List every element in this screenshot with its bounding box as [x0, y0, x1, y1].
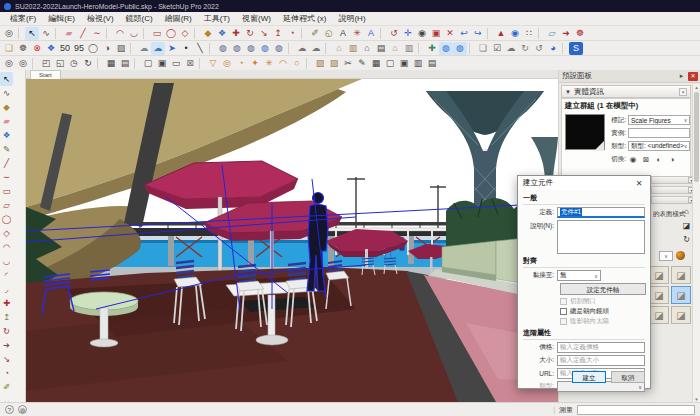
previous-icon[interactable]: ↩	[457, 27, 471, 40]
zoom-icon[interactable]: ◉	[415, 27, 429, 40]
sandbox-1-icon[interactable]: ▧	[313, 57, 327, 70]
asterisk-icon[interactable]: ✳	[262, 57, 276, 70]
sketchup-logo-icon[interactable]: S	[569, 42, 583, 55]
walk-icon[interactable]: ∷	[522, 27, 536, 40]
tag-select[interactable]: Scale Figures∨	[628, 115, 690, 125]
two-point-arc-icon[interactable]: ◡	[127, 27, 141, 40]
pan-icon[interactable]: ✛	[401, 27, 415, 40]
menu-item[interactable]: 繪圖(R)	[159, 12, 198, 25]
follow-me-icon[interactable]: ➜	[559, 27, 573, 40]
refresh-icon[interactable]: ↺	[532, 42, 546, 55]
three-point-arc-icon[interactable]: ◜	[0, 268, 13, 282]
compass-icon[interactable]: ◔	[234, 57, 248, 70]
dome-icon[interactable]: ◠	[276, 57, 290, 70]
3d-text-icon[interactable]: A	[364, 27, 378, 40]
tree-tool-icon[interactable]: ✦	[248, 57, 262, 70]
rotate-icon[interactable]: ↻	[0, 324, 13, 338]
panel-scrollbar[interactable]: ▴▾	[692, 84, 700, 402]
dialog-title-bar[interactable]: 建立元件 ✕	[518, 176, 650, 190]
make-component-icon[interactable]: ❖	[0, 128, 13, 142]
move-axes-icon[interactable]: ✚	[425, 42, 439, 55]
tray-menu-icon[interactable]: ▸	[677, 72, 686, 80]
lock-icon[interactable]: ⊠	[641, 154, 651, 164]
collapsed-panel-bar[interactable]: ◂	[651, 196, 697, 204]
thin-line-icon[interactable]: ╲	[193, 42, 207, 55]
circled-v-icon[interactable]: ◎	[2, 57, 16, 70]
offset-icon[interactable]: ◔	[285, 27, 299, 40]
next-icon[interactable]: ↪	[471, 27, 485, 40]
cloud-down-icon[interactable]: ☁	[295, 42, 309, 55]
sync-icon[interactable]: ↻	[518, 42, 532, 55]
pie-icon[interactable]: ◞	[0, 282, 13, 296]
eraser-icon[interactable]: ▰	[0, 114, 13, 128]
cast-shadows-icon[interactable]: ◐	[654, 154, 664, 164]
settings-gear-icon[interactable]: ☸	[16, 42, 30, 55]
shaded-circle-icon[interactable]: ◯	[86, 42, 100, 55]
instance-input[interactable]	[628, 128, 690, 138]
follow-me-icon[interactable]: ➜	[0, 338, 13, 352]
zoom-extents-icon[interactable]: ✕	[443, 27, 457, 40]
collapsed-panel-bar[interactable]: ◂	[651, 176, 697, 184]
freehand-icon[interactable]: ∼	[90, 27, 104, 40]
in-model-icon[interactable]: ⌂	[681, 206, 692, 217]
hex-style-1-icon[interactable]: ◍	[216, 42, 230, 55]
checkbox-icon[interactable]	[560, 308, 567, 315]
move-icon[interactable]: ✚	[0, 296, 13, 310]
geo-pin-icon[interactable]: ➤	[165, 42, 179, 55]
definition-input[interactable]: 元件#1	[557, 207, 645, 218]
make-component-icon[interactable]: ❖	[215, 27, 229, 40]
polygon-icon[interactable]: ◇	[178, 27, 192, 40]
teapot-icon[interactable]: ◰	[39, 57, 53, 70]
hex-style-3-icon[interactable]: ◍	[244, 42, 258, 55]
move-icon[interactable]: ✚	[229, 27, 243, 40]
folder-gray-icon[interactable]: ❏	[476, 42, 490, 55]
rectangle-icon[interactable]: ▭	[150, 27, 164, 40]
viewport-scene[interactable]	[26, 79, 558, 402]
box-flat-icon[interactable]: ▥	[402, 42, 416, 55]
point-icon[interactable]: •	[179, 42, 193, 55]
hex-style-4-icon[interactable]: ◍	[258, 42, 272, 55]
paint-bucket-icon[interactable]: ◆	[0, 100, 13, 114]
help-icon[interactable]: ?	[5, 405, 14, 414]
style-thumb[interactable]: ◪	[671, 306, 691, 324]
push-pull-icon[interactable]: ↥	[271, 27, 285, 40]
teapot-steam-icon[interactable]: ◱	[53, 57, 67, 70]
eraser-icon[interactable]: ▰	[62, 27, 76, 40]
box-b-icon[interactable]: ▣	[397, 57, 411, 70]
style-thumb[interactable]: ◪	[649, 286, 669, 304]
box-lid-icon[interactable]: ▤	[374, 42, 388, 55]
arc-icon[interactable]: ◠	[0, 240, 13, 254]
scissors-icon[interactable]: ✂	[341, 57, 355, 70]
position-camera-icon[interactable]: ▲	[494, 27, 508, 40]
gear-red-icon[interactable]: ☸	[573, 27, 587, 40]
rotated-rectangle-icon[interactable]: ▱	[0, 198, 13, 212]
pencil-icon[interactable]: ✎	[0, 142, 13, 156]
menu-item[interactable]: 延伸程式 (x)	[277, 12, 333, 25]
window-3-icon[interactable]: ▭	[169, 57, 183, 70]
home-outline-icon[interactable]: ⌂	[388, 42, 402, 55]
home-icon[interactable]: ⌂	[360, 42, 374, 55]
geolocation-icon[interactable]: ◍	[18, 405, 27, 414]
panel-b-icon[interactable]: ▤	[425, 57, 439, 70]
styles-dropdown[interactable]: ∨	[659, 250, 685, 261]
description-textarea[interactable]	[557, 220, 645, 254]
collapsed-panel-bar[interactable]: ◂	[651, 186, 697, 194]
select-arrow-icon[interactable]: ↖	[0, 72, 13, 86]
scale-icon[interactable]: ↘	[0, 352, 13, 366]
zoom-window-icon[interactable]: ▣	[429, 27, 443, 40]
cloud-download-icon[interactable]: ☁	[137, 42, 151, 55]
circle-icon[interactable]: ◯	[164, 27, 178, 40]
ring-icon[interactable]: ○	[290, 57, 304, 70]
cloud-sync-icon[interactable]: ☁	[309, 42, 323, 55]
crate-icon[interactable]: ▥	[346, 42, 360, 55]
freehand-icon[interactable]: ∼	[0, 170, 13, 184]
create-button[interactable]: 建立	[572, 371, 606, 383]
polygon-icon[interactable]: ◇	[0, 226, 13, 240]
style-thumb[interactable]: ◪	[671, 286, 691, 304]
box-a-icon[interactable]: ▢	[383, 57, 397, 70]
lasso-icon[interactable]: ∿	[39, 27, 53, 40]
close-icon[interactable]: ✕	[633, 179, 645, 188]
text-icon[interactable]: A	[336, 27, 350, 40]
open-folder-icon[interactable]: ❏	[2, 42, 16, 55]
lock-icon[interactable]: ⊠	[183, 57, 197, 70]
